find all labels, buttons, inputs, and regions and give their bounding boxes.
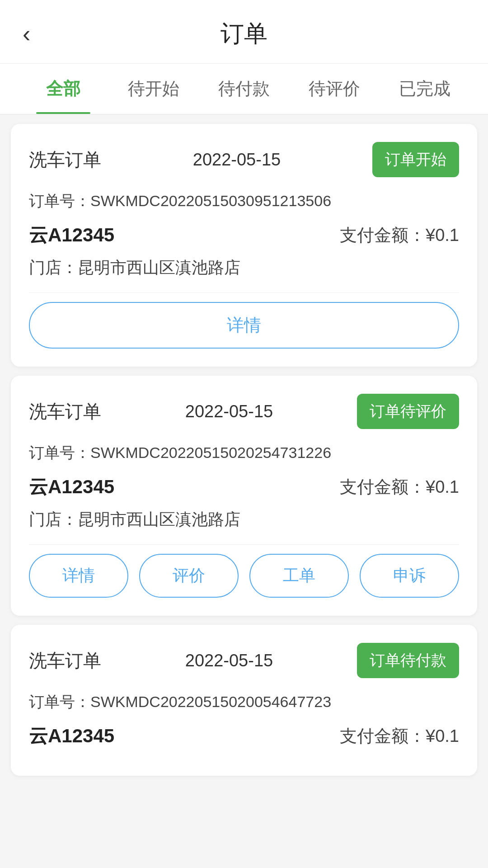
- order-list: 洗车订单 2022-05-15 订单开始 订单号：SWKMDC202205150…: [0, 115, 488, 785]
- order-plate-3: 云A12345: [29, 723, 114, 749]
- tab-pending-start[interactable]: 待开始: [108, 64, 199, 114]
- order-amount-1: 支付金额：¥0.1: [340, 224, 459, 247]
- order-divider-1: [29, 292, 459, 293]
- order-status-btn-1[interactable]: 订单开始: [372, 142, 459, 177]
- order-date-3: 2022-05-15: [101, 651, 357, 670]
- order-type-1: 洗车订单: [29, 147, 101, 172]
- review-button-2[interactable]: 评价: [139, 554, 239, 598]
- order-header-2: 洗车订单 2022-05-15 订单待评价: [29, 394, 459, 429]
- action-buttons-2: 详情 评价 工单 申诉: [29, 554, 459, 598]
- order-card-3: 洗车订单 2022-05-15 订单待付款 订单号：SWKMDC20220515…: [11, 625, 477, 776]
- order-date-1: 2022-05-15: [101, 150, 372, 170]
- workorder-button-2[interactable]: 工单: [249, 554, 349, 598]
- order-store-2: 门店：昆明市西山区滇池路店: [29, 509, 459, 531]
- order-info-row-2: 云A12345 支付金额：¥0.1: [29, 474, 459, 500]
- order-date-2: 2022-05-15: [101, 402, 357, 421]
- order-status-btn-3[interactable]: 订单待付款: [357, 643, 459, 678]
- detail-button-1[interactable]: 详情: [29, 302, 459, 349]
- complaint-button-2[interactable]: 申诉: [360, 554, 459, 598]
- order-plate-2: 云A12345: [29, 474, 114, 500]
- tab-pending-review[interactable]: 待评价: [289, 64, 380, 114]
- order-header-1: 洗车订单 2022-05-15 订单开始: [29, 142, 459, 177]
- detail-button-2[interactable]: 详情: [29, 554, 128, 598]
- tab-pending-payment[interactable]: 待付款: [199, 64, 289, 114]
- order-amount-2: 支付金额：¥0.1: [340, 476, 459, 499]
- order-no-1: 订单号：SWKMDC20220515030951213506: [29, 191, 459, 212]
- tab-all[interactable]: 全部: [18, 64, 108, 114]
- order-no-3: 订单号：SWKMDC20220515020054647723: [29, 692, 459, 712]
- tab-completed[interactable]: 已完成: [380, 64, 470, 114]
- order-amount-3: 支付金额：¥0.1: [340, 725, 459, 748]
- order-card-1: 洗车订单 2022-05-15 订单开始 订单号：SWKMDC202205150…: [11, 124, 477, 367]
- order-type-2: 洗车订单: [29, 399, 101, 424]
- order-store-1: 门店：昆明市西山区滇池路店: [29, 257, 459, 279]
- order-status-btn-2[interactable]: 订单待评价: [357, 394, 459, 429]
- order-no-2: 订单号：SWKMDC20220515020254731226: [29, 443, 459, 463]
- header: ‹ 订单: [0, 0, 488, 64]
- order-card-2: 洗车订单 2022-05-15 订单待评价 订单号：SWKMDC20220515…: [11, 376, 477, 616]
- order-plate-1: 云A12345: [29, 222, 114, 248]
- order-header-3: 洗车订单 2022-05-15 订单待付款: [29, 643, 459, 678]
- order-info-row-3: 云A12345 支付金额：¥0.1: [29, 723, 459, 749]
- page-title: 订单: [221, 18, 267, 50]
- order-info-row-1: 云A12345 支付金额：¥0.1: [29, 222, 459, 248]
- order-type-3: 洗车订单: [29, 648, 101, 673]
- order-divider-2: [29, 544, 459, 545]
- back-button[interactable]: ‹: [23, 22, 30, 46]
- tab-bar: 全部 待开始 待付款 待评价 已完成: [0, 64, 488, 115]
